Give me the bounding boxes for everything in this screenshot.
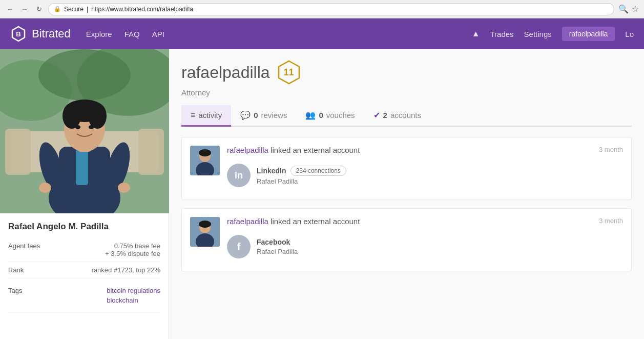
tab-vouches-label: vouches (326, 111, 355, 119)
browser-chrome: ← → ↻ 🔒 Secure | https://www.bitrated.co… (0, 0, 644, 18)
url-bar[interactable]: 🔒 Secure | https://www.bitrated.com/rafa… (48, 3, 614, 15)
activity-item-linkedin: rafaelpadilla linked an external account… (181, 137, 632, 200)
linkedin-service[interactable]: LinkedIn (257, 167, 286, 175)
rank-label: Rank (8, 266, 24, 274)
linkedin-icon: in (227, 164, 251, 187)
facebook-user: Rafael Padilla (257, 248, 298, 255)
tags-label: Tags (8, 283, 22, 308)
activity-avatar-1 (190, 217, 220, 247)
tag-bitcoin-regulations[interactable]: bitcoin regulations (107, 287, 160, 294)
linkedin-connections: 234 connections (290, 166, 346, 176)
profile-photo (0, 49, 169, 213)
rank-badge: 11 (276, 59, 302, 85)
tab-vouches[interactable]: 👥 0 vouches (296, 105, 364, 127)
activity-item-facebook: rafaelpadilla linked an external account… (181, 208, 632, 271)
tab-activity[interactable]: ≡ activity (181, 105, 231, 127)
activity-username-0[interactable]: rafaelpadilla (227, 146, 268, 154)
vouches-count: 0 (319, 111, 323, 119)
facebook-name-row: Facebook (257, 238, 298, 246)
activity-username-1[interactable]: rafaelpadilla (227, 217, 268, 226)
main-layout: Rafael Angelo M. Padilla Agent fees 0.75… (0, 49, 644, 339)
vouches-icon: 👥 (305, 110, 316, 120)
tag-blockchain[interactable]: blockchain (107, 296, 160, 304)
facebook-service[interactable]: Facebook (257, 238, 290, 246)
lock-icon: 🔒 (54, 6, 61, 12)
nav-explore[interactable]: Explore (86, 30, 112, 38)
tab-reviews[interactable]: 💬 0 reviews (231, 105, 296, 127)
svg-point-21 (63, 103, 81, 129)
activity-time-0: 3 month (599, 146, 623, 153)
browser-toolbar: 🔍 ☆ (618, 4, 639, 14)
linked-account-linkedin: in LinkedIn 234 connections Rafael Padil… (227, 159, 623, 191)
rank-number: 11 (284, 67, 294, 78)
nav-api[interactable]: API (152, 30, 164, 38)
facebook-details: Facebook Rafael Padilla (257, 238, 298, 255)
brand-name: Bitrated (32, 27, 71, 41)
activity-title-0: rafaelpadilla linked an external account (227, 146, 623, 154)
activity-icon: ≡ (191, 111, 195, 120)
tabs: ≡ activity 💬 0 reviews 👥 0 vouches ✔ 2 a… (181, 105, 632, 127)
svg-rect-8 (138, 129, 164, 175)
svg-rect-7 (5, 129, 31, 175)
sidebar-full-name: Rafael Angelo M. Padilla (8, 222, 160, 232)
facebook-icon: f (227, 235, 251, 258)
svg-rect-13 (76, 149, 88, 185)
activity-action-text-1: linked an external account (271, 217, 360, 226)
agent-fees-label: Agent fees (8, 242, 40, 257)
back-button[interactable]: ← (5, 4, 15, 14)
brand-logo: B (10, 26, 27, 42)
tab-accounts[interactable]: ✔ 2 accounts (364, 105, 430, 127)
tags-row: Tags bitcoin regulations blockchain (8, 278, 160, 313)
notification-bell[interactable]: ▲ (472, 29, 480, 38)
rank-value: ranked #1723, top 22% (92, 266, 160, 274)
secure-label: Secure (64, 6, 84, 13)
activity-title-1: rafaelpadilla linked an external account (227, 217, 623, 226)
svg-point-23 (75, 125, 80, 129)
svg-point-22 (88, 103, 107, 129)
content-area: rafaelpadilla 11 Attorney ≡ activity 💬 0… (169, 49, 644, 339)
brand[interactable]: B Bitrated (10, 26, 71, 42)
svg-point-24 (89, 125, 94, 129)
svg-point-33 (199, 221, 211, 228)
reviews-count: 0 (254, 111, 258, 119)
sidebar-info: Rafael Angelo M. Padilla Agent fees 0.75… (0, 213, 169, 321)
forward-button[interactable]: → (19, 4, 30, 14)
svg-point-16 (39, 183, 51, 193)
linkedin-name-row: LinkedIn 234 connections (257, 166, 346, 176)
url-text: https://www.bitrated.com/rafaelpadilla (91, 6, 193, 13)
activity-time-1: 3 month (599, 217, 623, 225)
sidebar: Rafael Angelo M. Padilla Agent fees 0.75… (0, 49, 169, 339)
linkedin-details: LinkedIn 234 connections Rafael Padilla (257, 166, 346, 185)
rank-row: Rank ranked #1723, top 22% (8, 262, 160, 278)
tab-accounts-label: accounts (390, 111, 421, 119)
linkedin-user: Rafael Padilla (257, 177, 346, 185)
zoom-icon[interactable]: 🔍 (618, 4, 629, 14)
nav-trades[interactable]: Trades (490, 30, 513, 38)
agent-fees-row: Agent fees 0.75% base fee+ 3.5% dispute … (8, 238, 160, 262)
accounts-icon: ✔ (373, 110, 380, 120)
activity-avatar-0 (190, 146, 220, 175)
refresh-button[interactable]: ↻ (34, 4, 44, 14)
svg-text:B: B (16, 30, 20, 38)
reviews-icon: 💬 (240, 110, 251, 120)
nav-faq[interactable]: FAQ (124, 30, 140, 38)
url-separator: | (87, 6, 88, 13)
profile-username: rafaelpadilla (181, 63, 270, 82)
tags-list: bitcoin regulations blockchain (107, 283, 160, 308)
agent-fees-value: 0.75% base fee+ 3.5% dispute fee (105, 242, 160, 257)
accounts-count: 2 (383, 111, 387, 119)
activity-action-text-0: linked an external account (271, 146, 360, 154)
svg-point-5 (38, 49, 131, 101)
svg-point-17 (118, 183, 130, 193)
nav-settings[interactable]: Settings (524, 30, 552, 38)
star-icon[interactable]: ☆ (632, 4, 639, 14)
svg-point-29 (199, 149, 211, 156)
activity-body-0: rafaelpadilla linked an external account… (227, 146, 623, 191)
username-row: rafaelpadilla 11 (181, 59, 632, 85)
tab-activity-label: activity (198, 111, 222, 119)
nav-logout[interactable]: Lo (625, 30, 634, 38)
nav-right: ▲ Trades Settings rafaelpadilla Lo (472, 27, 634, 41)
tab-reviews-label: reviews (261, 111, 287, 119)
avatar-image-1 (190, 217, 220, 247)
current-user-button[interactable]: rafaelpadilla (562, 27, 615, 41)
